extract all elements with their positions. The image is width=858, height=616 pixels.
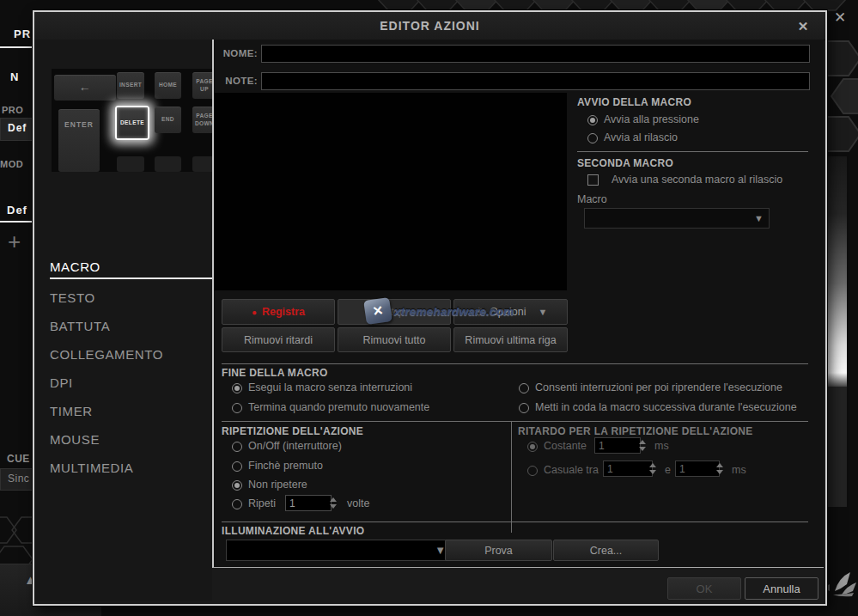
add-mode-plus-icon[interactable]: + — [8, 229, 21, 255]
registra-button[interactable]: ● Registra — [222, 299, 335, 325]
rimuovi-ritardi-button[interactable]: Rimuovi ritardi — [222, 327, 335, 352]
radio-casuale-label: Casuale tra — [544, 464, 599, 476]
radio-finche-premuto[interactable] — [232, 461, 242, 472]
costante-ms-stepper — [637, 437, 648, 454]
sidebar-item-macro[interactable]: MACRO — [50, 255, 213, 279]
record-icon: ● — [252, 308, 257, 317]
action-type-sidebar: ← ENTER INSERT HOME PAGE UP DELETE END P… — [34, 40, 212, 601]
radio-termina-label: Termina quando premuto nuovamente — [248, 401, 429, 413]
casuale-max-input: 1 — [675, 460, 720, 477]
ms-label: ms — [732, 464, 746, 476]
sidebar-item-multimedia[interactable]: MULTIMEDIA — [50, 454, 213, 482]
macro-select-dropdown[interactable]: ▼ — [584, 208, 770, 229]
costante-ms-input: 1 — [594, 437, 641, 454]
divider — [511, 422, 512, 533]
radio-esegui-label: Esegui la macro senza interruzioni — [248, 381, 412, 393]
background-mode-underline — [0, 221, 32, 223]
ripeti-count-stepper[interactable] — [328, 495, 338, 511]
chevron-down-icon: ▼ — [539, 307, 548, 317]
note-label: NOTE: — [189, 76, 258, 86]
opzioni-button[interactable]: ⚙ Opzioni ▼ — [453, 299, 568, 325]
ripeti-count-input[interactable]: 1 — [285, 495, 332, 511]
sidebar-item-mouse[interactable]: MOUSE — [50, 425, 213, 454]
illuminazione-section-title: ILLUMINAZIONE ALL'AVVIO — [222, 525, 364, 537]
radio-metti-label: Metti in coda la macro successiva durant… — [535, 401, 797, 413]
radio-consenti-label: Consenti interruzioni per poi riprendere… — [535, 381, 782, 393]
window-close-icon[interactable]: ✕ — [830, 7, 850, 27]
radio-avvia-pressione-label: Avvia alla pressione — [604, 113, 699, 125]
background-mode-item[interactable]: Def — [7, 204, 27, 217]
divider — [577, 151, 808, 152]
key-partial — [117, 156, 144, 172]
background-label-cue: CUE — [7, 453, 30, 465]
annulla-button[interactable]: Annulla — [745, 577, 818, 600]
macro-select-label: Macro — [577, 193, 607, 205]
key-partial — [155, 156, 181, 172]
editor-azioni-dialog: EDITOR AZIONI ✕ ← ENTER INSERT HOME PAGE… — [33, 10, 827, 606]
radio-onoff-label: On/Off (interruttore) — [248, 440, 342, 452]
background-tab-profili[interactable]: PR — [14, 27, 31, 40]
crea-button[interactable]: Crea... — [553, 540, 659, 561]
radio-metti-in-coda[interactable] — [519, 403, 529, 413]
casuale-min-input: 1 — [603, 460, 653, 477]
sidebar-item-collegamento[interactable]: COLLEGAMENTO — [50, 340, 213, 369]
background-tab-underline — [0, 46, 32, 48]
background-label-profilo: PRO — [2, 105, 23, 115]
radio-non-ripetere[interactable] — [232, 480, 242, 491]
gear-icon: ⚙ — [474, 305, 485, 319]
sidebar-item-battuta[interactable]: BATTUTA — [50, 312, 213, 340]
radio-ripeti-label: Ripeti — [248, 497, 276, 509]
fine-section-title: FINE DELLA MACRO — [222, 367, 328, 379]
radio-termina-premuto[interactable] — [232, 403, 242, 413]
background-sinc-label: Sinc — [8, 473, 29, 485]
key-insert[interactable]: INSERT — [117, 72, 144, 99]
sidebar-item-timer[interactable]: TIMER — [50, 397, 213, 425]
checkbox-seconda-macro[interactable] — [587, 174, 599, 186]
radio-avvia-rilascio-label: Avvia al rilascio — [604, 131, 678, 143]
sidebar-menu: MACRO TESTO BATTUTA COLLEGAMENTO DPI TIM… — [50, 255, 213, 482]
hexagon-pattern — [0, 512, 34, 565]
divider — [222, 521, 808, 522]
rimuovi-tutto-button[interactable]: Rimuovi tutto — [338, 327, 451, 352]
ok-button: OK — [667, 577, 741, 600]
sidebar-item-testo[interactable]: TESTO — [50, 284, 213, 312]
e-label: e — [665, 464, 671, 476]
background-label-n: N — [10, 70, 19, 83]
casuale-max-stepper — [715, 460, 725, 477]
radio-consenti-interruzioni[interactable] — [519, 383, 529, 393]
key-page-down[interactable]: PAGE DOWN — [192, 107, 213, 133]
radio-avvia-rilascio[interactable] — [587, 133, 598, 143]
radio-onoff[interactable] — [232, 442, 242, 452]
seconda-section-title: SECONDA MACRO — [577, 157, 673, 169]
key-delete-selected[interactable]: DELETE — [115, 106, 149, 140]
dialog-title: EDITOR AZIONI — [34, 19, 825, 33]
radio-casuale — [527, 466, 538, 476]
radio-costante-label: Costante — [544, 440, 587, 452]
note-input[interactable] — [261, 72, 810, 90]
key-home[interactable]: HOME — [155, 72, 181, 99]
name-label: NOME: — [189, 48, 258, 58]
background-profile-dropdown-value: Def — [8, 122, 27, 134]
rimuovi-ultima-riga-button[interactable]: Rimuovi ultima riga — [453, 327, 568, 352]
radio-avvia-pressione[interactable] — [587, 115, 598, 125]
sidebar-item-dpi[interactable]: DPI — [50, 369, 213, 397]
key-backspace[interactable]: ← — [54, 75, 116, 101]
radio-esegui-senza-interruzioni[interactable] — [232, 383, 242, 393]
radio-non-ripetere-label: Non ripetere — [248, 479, 307, 491]
prova-button[interactable]: Prova — [445, 540, 552, 561]
background-label-mod: MOD — [0, 159, 23, 169]
name-input[interactable] — [261, 45, 810, 63]
illuminazione-dropdown[interactable]: ▼ — [226, 540, 452, 561]
radio-costante — [527, 442, 538, 452]
key-end[interactable]: END — [155, 107, 181, 133]
key-partial — [192, 156, 213, 172]
avvio-section-title: AVVIO DELLA MACRO — [577, 96, 691, 108]
volte-label: volte — [347, 497, 369, 509]
dialog-close-icon[interactable]: ✕ — [794, 18, 812, 35]
radio-ripeti[interactable] — [232, 499, 242, 509]
ritardo-section-title: RITARDO PER LA RIPETIZIONE DELL'AZIONE — [518, 425, 753, 437]
macro-steps-list[interactable] — [214, 93, 567, 290]
key-enter[interactable]: ENTER — [58, 109, 100, 172]
dialog-titlebar: EDITOR AZIONI ✕ — [34, 12, 825, 40]
divider — [222, 363, 808, 364]
